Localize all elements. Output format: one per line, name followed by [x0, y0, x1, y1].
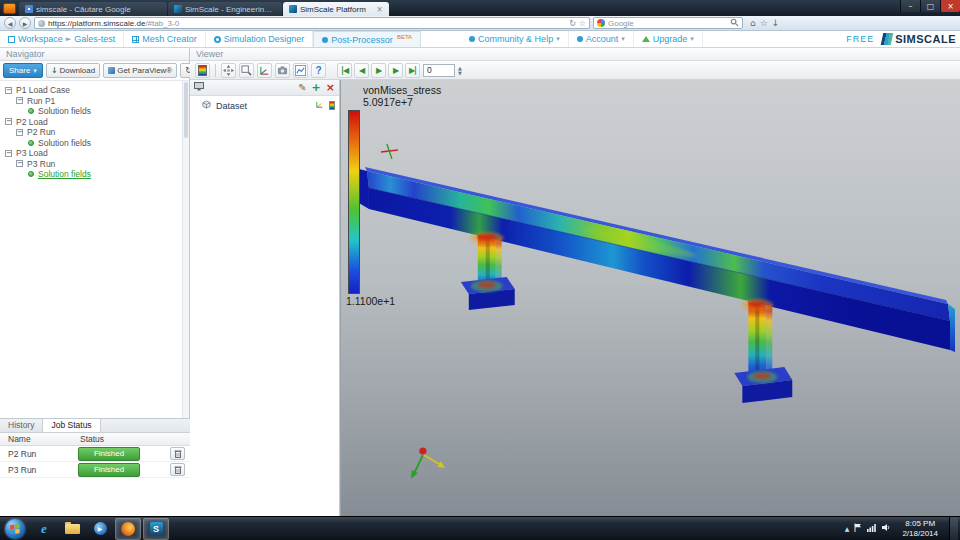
tree-item-solution-fields-p1[interactable]: Solution fields	[0, 106, 189, 117]
delete-job-button[interactable]	[170, 447, 185, 460]
last-frame-button[interactable]: ▶|	[405, 63, 420, 78]
tab-label: SimScale - Engineering simulation in ...	[185, 5, 276, 14]
bookmark-star-icon[interactable]: ☆	[579, 19, 586, 28]
reload-icon[interactable]: ↻	[569, 19, 576, 28]
site-identity-icon[interactable]	[38, 20, 45, 27]
navigator-header: Navigator	[0, 48, 189, 61]
collapse-toggle-icon[interactable]: −	[16, 160, 23, 167]
search-icon[interactable]	[730, 18, 739, 29]
taskbar-simscale-button[interactable]: S	[143, 518, 169, 540]
taskbar-explorer-button[interactable]	[59, 518, 85, 540]
get-paraview-button[interactable]: Get ParaView®	[103, 63, 177, 78]
spinner-up-icon[interactable]: ▲	[458, 66, 462, 70]
search-engine-icon[interactable]	[597, 19, 605, 27]
downloads-icon[interactable]: ↓	[772, 18, 780, 28]
tab-simulation-designer[interactable]: Simulation Designer	[206, 31, 314, 47]
job-row-p3[interactable]: P3 Run Finished	[0, 462, 190, 478]
home-icon[interactable]: ⌂	[750, 18, 756, 28]
previous-frame-button[interactable]: ◀	[354, 63, 369, 78]
action-center-icon[interactable]	[854, 523, 862, 534]
collapse-toggle-icon[interactable]: −	[16, 97, 23, 104]
community-help-menu[interactable]: Community & Help ▾	[461, 31, 569, 47]
tab-close-icon[interactable]: ×	[376, 5, 383, 14]
collapse-toggle-icon[interactable]: −	[5, 150, 12, 157]
workspace-menu[interactable]: Workspace ► Gales-test	[0, 31, 124, 47]
frame-spinner[interactable]: ▲ ▼	[458, 66, 462, 75]
tab-post-processor[interactable]: Post-Processor BETA	[313, 31, 421, 47]
delete-button[interactable]: ×	[326, 81, 335, 94]
download-button[interactable]: ↓ Download	[46, 63, 100, 78]
help-button[interactable]: ?	[311, 63, 326, 78]
dataset-colorbar-icon[interactable]	[329, 101, 335, 110]
collapse-toggle-icon[interactable]: −	[5, 87, 12, 94]
chart-view-button[interactable]	[293, 63, 308, 78]
orientation-axes-icon	[411, 447, 445, 479]
taskbar-media-player-button[interactable]: ▶	[87, 518, 113, 540]
next-frame-button[interactable]: ▶	[388, 63, 403, 78]
render-viewport[interactable]: vonMises_stress 5.0917e+7 1.1100e+1	[340, 80, 960, 516]
tray-expand-icon[interactable]: ▲	[845, 525, 850, 532]
pipeline-item-dataset[interactable]: Dataset	[190, 96, 339, 115]
show-desktop-button[interactable]	[949, 517, 958, 540]
search-box[interactable]	[593, 17, 743, 29]
workspace-icon	[8, 36, 15, 43]
first-frame-button[interactable]: |◀	[337, 63, 352, 78]
search-input[interactable]	[608, 19, 727, 28]
viewer-header: Viewer	[190, 48, 960, 61]
tree-item-p3-run[interactable]: − P3 Run	[0, 159, 189, 170]
add-filter-button[interactable]: +	[312, 81, 321, 94]
camera-button[interactable]	[275, 63, 290, 78]
zoom-box-button[interactable]	[239, 63, 254, 78]
bookmarks-menu-icon[interactable]: ☆	[760, 18, 768, 28]
navigator-scrollbar[interactable]	[182, 81, 189, 418]
browser-tab-2[interactable]: SimScale - Engineering simulation in ...	[168, 2, 282, 16]
play-button[interactable]: ▶	[371, 63, 386, 78]
start-button[interactable]	[5, 519, 25, 539]
column-name: Name	[0, 433, 78, 445]
tab-mesh-creator[interactable]: Mesh Creator	[124, 31, 206, 47]
play-glyph: ▶	[98, 525, 103, 532]
scrollbar-thumb[interactable]	[184, 82, 188, 138]
delete-job-button[interactable]	[170, 463, 185, 476]
window-maximize-button[interactable]: □	[920, 0, 940, 12]
axes-toggle-button[interactable]	[257, 63, 272, 78]
url-bar[interactable]: https://platform.simscale.de/#tab_3-0 ↻ …	[34, 17, 590, 29]
tab-history[interactable]: History	[0, 419, 43, 432]
forward-button[interactable]: ▶	[19, 17, 31, 29]
tree-item-run-p1[interactable]: − Run P1	[0, 96, 189, 107]
tree-item-p2-run[interactable]: − P2 Run	[0, 127, 189, 138]
tree-item-p1-load-case[interactable]: − P1 Load Case	[0, 85, 189, 96]
collapse-toggle-icon[interactable]: −	[16, 129, 23, 136]
window-minimize-button[interactable]: –	[900, 0, 920, 12]
dataset-cube-icon	[202, 100, 211, 111]
taskbar-firefox-button[interactable]	[115, 518, 141, 540]
tree-item-p3-load[interactable]: − P3 Load	[0, 148, 189, 159]
upgrade-icon	[642, 36, 650, 42]
taskbar-clock[interactable]: 8:05 PM 2/18/2014	[896, 519, 944, 538]
network-icon[interactable]	[867, 523, 877, 534]
collapse-toggle-icon[interactable]: −	[5, 118, 12, 125]
colormap-button[interactable]	[195, 63, 210, 78]
job-row-p2[interactable]: P2 Run Finished	[0, 446, 190, 462]
fit-view-button[interactable]	[221, 63, 236, 78]
volume-icon[interactable]	[882, 523, 891, 534]
window-close-button[interactable]: ×	[940, 0, 960, 12]
back-button[interactable]: ◀	[4, 17, 16, 29]
axes-icon	[259, 65, 270, 76]
spinner-down-icon[interactable]: ▼	[458, 71, 462, 75]
firefox-menu-button[interactable]	[3, 3, 16, 14]
tree-item-p2-load[interactable]: − P2 Load	[0, 117, 189, 128]
edit-button[interactable]: ✎	[298, 82, 306, 93]
tree-item-solution-fields-p2[interactable]: Solution fields	[0, 138, 189, 149]
account-menu[interactable]: Account ▾	[569, 31, 634, 47]
tab-job-status[interactable]: Job Status	[43, 419, 100, 432]
dataset-axes-icon[interactable]	[315, 100, 324, 111]
browser-tab-1[interactable]: simscale - Căutare Google	[19, 2, 167, 16]
share-button[interactable]: Share ▾	[3, 63, 43, 78]
tree-item-solution-fields-p3-selected[interactable]: Solution fields	[0, 169, 189, 180]
taskbar-ie-button[interactable]: e	[31, 518, 57, 540]
frame-number-input[interactable]	[423, 64, 455, 77]
browser-tab-active[interactable]: SimScale Platform ×	[283, 2, 389, 16]
render-view-icon	[194, 82, 204, 93]
upgrade-menu[interactable]: Upgrade ▾	[634, 31, 703, 47]
